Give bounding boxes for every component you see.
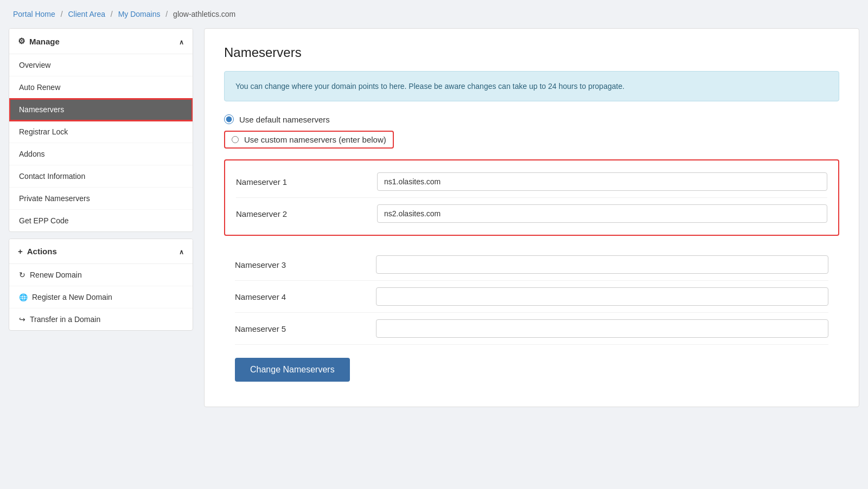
breadcrumb-client-area[interactable]: Client Area	[68, 10, 105, 18]
sidebar-label-registrar-lock: Registrar Lock	[19, 127, 68, 136]
actions-section-label: Actions	[27, 247, 57, 256]
breadcrumb-my-domains[interactable]: My Domains	[118, 10, 161, 18]
sidebar-item-transfer-in-domain[interactable]: Transfer in a Domain	[9, 308, 193, 330]
sidebar-item-register-new-domain[interactable]: Register a New Domain	[9, 286, 193, 308]
sidebar-label-auto-renew: Auto Renew	[19, 83, 60, 92]
nameservers-extra: Nameserver 3 Nameserver 4 Nameserver 5	[224, 249, 839, 345]
main-layout: Manage Overview Auto Renew Nameservers R…	[0, 28, 868, 423]
sidebar-item-get-epp-code[interactable]: Get EPP Code	[9, 210, 193, 231]
sidebar: Manage Overview Auto Renew Nameservers R…	[9, 28, 193, 337]
sidebar-label-private-nameservers: Private Nameservers	[19, 194, 90, 203]
sidebar-label-addons: Addons	[19, 150, 44, 158]
renew-icon	[19, 271, 25, 279]
breadcrumb-portal-home[interactable]: Portal Home	[13, 10, 55, 18]
sidebar-item-registrar-lock[interactable]: Registrar Lock	[9, 121, 193, 143]
sidebar-label-transfer-in-domain: Transfer in a Domain	[30, 315, 100, 324]
breadcrumb-sep-2: /	[111, 10, 113, 18]
breadcrumb-current: glow-athletics.com	[173, 10, 235, 18]
manage-chevron-icon	[179, 37, 184, 46]
actions-section-header[interactable]: Actions	[9, 239, 193, 264]
nameserver-3-input[interactable]	[376, 255, 828, 274]
radio-default-label: Use default nameservers	[239, 115, 330, 124]
info-box: You can change where your domain points …	[224, 71, 839, 101]
actions-section: Actions Renew Domain Register a New Doma…	[9, 239, 193, 331]
sidebar-item-renew-domain[interactable]: Renew Domain	[9, 264, 193, 286]
radio-custom-nameservers-wrapper[interactable]: Use custom nameservers (enter below)	[224, 131, 394, 149]
change-nameservers-button[interactable]: Change Nameservers	[235, 358, 350, 382]
nameserver-row-5: Nameserver 5	[235, 313, 828, 345]
breadcrumb-sep-3: /	[165, 10, 168, 18]
sidebar-item-addons[interactable]: Addons	[9, 143, 193, 165]
content-area: Nameservers You can change where your do…	[204, 28, 859, 407]
nameserver-5-input[interactable]	[376, 319, 828, 338]
globe-icon	[19, 293, 28, 301]
nameservers-highlighted-table: Nameserver 1 Nameserver 2	[224, 159, 839, 236]
sidebar-label-renew-domain: Renew Domain	[30, 271, 82, 279]
nameserver-1-input[interactable]	[377, 172, 827, 191]
sidebar-label-overview: Overview	[19, 61, 50, 69]
nameserver-4-input[interactable]	[376, 287, 828, 306]
sidebar-item-overview[interactable]: Overview	[9, 54, 193, 76]
manage-section-header[interactable]: Manage	[9, 29, 193, 54]
nameserver-row-4: Nameserver 4	[235, 281, 828, 313]
page-title: Nameservers	[224, 45, 839, 60]
sidebar-item-auto-renew[interactable]: Auto Renew	[9, 76, 193, 99]
nameserver-3-label: Nameserver 3	[235, 260, 376, 269]
sidebar-label-get-epp-code: Get EPP Code	[19, 216, 69, 225]
nameserver-row-3: Nameserver 3	[235, 249, 828, 281]
transfer-icon	[19, 315, 25, 324]
sidebar-item-private-nameservers[interactable]: Private Nameservers	[9, 188, 193, 210]
radio-custom-label: Use custom nameservers (enter below)	[244, 135, 386, 144]
actions-chevron-icon	[179, 247, 184, 256]
nameserver-row-2: Nameserver 2	[236, 198, 827, 229]
radio-default-input[interactable]	[224, 114, 234, 124]
breadcrumb: Portal Home / Client Area / My Domains /…	[0, 0, 868, 28]
manage-section-label: Manage	[29, 37, 60, 46]
radio-default-nameservers[interactable]: Use default nameservers	[224, 114, 839, 124]
nameserver-2-label: Nameserver 2	[236, 209, 377, 218]
sidebar-label-register-new-domain: Register a New Domain	[32, 293, 112, 301]
radio-group: Use default nameservers Use custom names…	[224, 114, 839, 149]
sidebar-item-contact-information[interactable]: Contact Information	[9, 165, 193, 188]
radio-custom-input[interactable]	[232, 136, 239, 143]
sidebar-item-nameservers[interactable]: Nameservers	[9, 99, 193, 121]
sidebar-label-contact-information: Contact Information	[19, 172, 85, 181]
breadcrumb-sep-1: /	[61, 10, 63, 18]
sidebar-label-nameservers: Nameservers	[19, 105, 64, 114]
nameserver-5-label: Nameserver 5	[235, 324, 376, 333]
nameserver-1-label: Nameserver 1	[236, 177, 377, 186]
manage-section: Manage Overview Auto Renew Nameservers R…	[9, 28, 193, 232]
plus-icon	[18, 247, 23, 256]
gear-icon	[18, 36, 25, 46]
nameserver-4-label: Nameserver 4	[235, 292, 376, 301]
nameserver-row-1: Nameserver 1	[236, 166, 827, 198]
nameserver-2-input[interactable]	[377, 204, 827, 223]
